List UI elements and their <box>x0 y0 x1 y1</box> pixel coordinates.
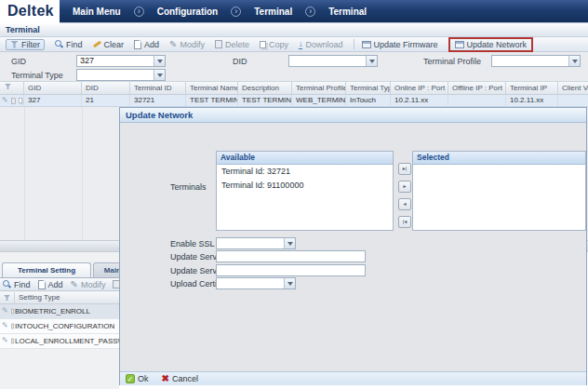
menu-main-menu[interactable]: Main Menu <box>73 7 121 17</box>
chevron-right-circle-icon: › <box>134 7 144 17</box>
chevron-down-icon[interactable] <box>154 70 165 80</box>
setting-type-header: Setting Type <box>0 292 119 304</box>
gid-select[interactable]: 327 <box>76 55 166 67</box>
pencil-icon: ✎ <box>169 40 177 49</box>
dialog-body: Terminals Available Terminal Id: 32721 T… <box>120 123 586 385</box>
deltek-logo: Deltek <box>7 3 54 20</box>
top-bar: Deltek Main Menu › Configuration › Termi… <box>0 0 588 23</box>
modify-button[interactable]: ✎ Modify <box>71 280 106 289</box>
available-header: Available <box>217 152 393 165</box>
delete-button[interactable]: Delete <box>215 40 249 49</box>
table-row[interactable]: ✎ 327 21 32721 TEST TERMINAL TEST TERMIN… <box>0 95 588 107</box>
add-button[interactable]: Add <box>134 40 159 49</box>
cancel-button[interactable]: ✖ Cancel <box>162 374 198 383</box>
enable-ssl-select[interactable] <box>216 237 296 249</box>
find-button[interactable]: Find <box>3 280 31 289</box>
delete-row-icon[interactable] <box>11 98 16 103</box>
chevron-down-icon[interactable] <box>154 56 165 66</box>
edit-row-icon[interactable]: ✎ <box>2 322 8 330</box>
move-right-button[interactable]: ▸ <box>398 181 411 193</box>
col-gid[interactable]: GID <box>24 82 82 94</box>
download-button[interactable]: ↓ Download <box>299 40 343 49</box>
did-select[interactable] <box>288 55 378 67</box>
update-server-port-input[interactable] <box>216 264 366 276</box>
chevron-right-circle-icon: › <box>231 7 241 17</box>
col-terminal-type[interactable]: Terminal Type <box>346 82 391 94</box>
delete-row-icon[interactable] <box>11 324 14 329</box>
delete-icon <box>215 40 222 48</box>
cell-terminal-ip: 10.2.11.xx <box>506 95 558 106</box>
page-title: Terminal <box>0 23 588 37</box>
list-item[interactable]: Terminal Id: 91100000 <box>217 179 393 193</box>
available-listbox[interactable]: Available Terminal Id: 32721 Terminal Id… <box>216 151 394 231</box>
update-network-button[interactable]: Update Network <box>455 40 528 49</box>
terminal-profile-select[interactable] <box>491 55 581 67</box>
filter-icon <box>5 84 11 89</box>
list-item[interactable]: Terminal Id: 32721 <box>217 165 393 179</box>
pencil-icon: ✎ <box>71 280 78 289</box>
terminals-label: Terminals <box>170 182 207 192</box>
upload-certificate-select[interactable] <box>216 277 296 289</box>
col-client-ver[interactable]: Client Ver <box>558 82 588 94</box>
col-description[interactable]: Description <box>238 82 292 94</box>
move-all-left-button[interactable]: |◂ <box>398 216 411 228</box>
list-item[interactable]: ✎ INTOUCH_CONFIGURATION <box>0 319 119 334</box>
chevron-down-icon[interactable] <box>366 56 377 66</box>
edit-row-icon[interactable]: ✎ <box>2 307 8 315</box>
app-window: Deltek Main Menu › Configuration › Termi… <box>0 0 588 389</box>
terminal-setting-panel: Terminal Setting Maintenance Find Add ✎ … <box>0 252 119 389</box>
update-server-input[interactable] <box>216 250 366 262</box>
move-left-button[interactable]: ◂ <box>398 198 411 210</box>
copy-button[interactable]: Copy <box>260 40 288 49</box>
cell-terminal-id: 32721 <box>130 95 186 106</box>
chevron-down-icon[interactable] <box>284 278 295 288</box>
cell-terminal-name: TEST TERMINAL <box>186 95 238 106</box>
red-highlight-annotation: Update Network <box>448 37 534 52</box>
filter-button[interactable]: Filter <box>6 39 45 50</box>
col-terminal-ip[interactable]: Terminal IP <box>506 82 558 94</box>
modify-button[interactable]: ✎ Modify <box>169 40 205 49</box>
update-firmware-button[interactable]: Update Firmware <box>362 40 438 49</box>
toolbar-separator <box>354 39 354 49</box>
col-did[interactable]: DID <box>82 82 130 94</box>
menu-terminal-2[interactable]: Terminal <box>328 7 367 17</box>
tab-maintenance[interactable]: Maintenance <box>93 262 119 277</box>
col-online-ip[interactable]: Online IP : Port <box>391 82 448 94</box>
menu-terminal[interactable]: Terminal <box>254 7 292 17</box>
terminal-type-select[interactable] <box>76 69 166 81</box>
col-terminal-profile[interactable]: Terminal Profile <box>292 82 346 94</box>
list-item[interactable]: ✎ BIOMETRIC_ENROLL <box>0 304 119 319</box>
edit-row-icon[interactable]: ✎ <box>2 97 8 104</box>
ok-button[interactable]: ✓ Ok <box>126 374 149 383</box>
cell-client-ver <box>558 95 588 106</box>
move-all-right-button[interactable]: ▸| <box>398 163 411 175</box>
delete-row-icon[interactable] <box>11 339 14 343</box>
search-icon <box>3 280 11 288</box>
edit-row-icon[interactable]: ✎ <box>2 337 8 345</box>
find-button[interactable]: Find <box>55 40 83 49</box>
table-header: GID DID Terminal ID Terminal Name Descri… <box>0 82 588 95</box>
col-offline-ip[interactable]: Offline IP : Port <box>448 82 506 94</box>
menu-configuration[interactable]: Configuration <box>157 7 219 17</box>
firmware-icon <box>362 41 371 48</box>
cell-did: 21 <box>82 95 130 106</box>
chevron-down-icon[interactable] <box>284 238 295 248</box>
did-label: DID <box>233 57 247 66</box>
selected-listbox[interactable]: Selected <box>412 151 586 231</box>
clear-icon <box>92 41 100 48</box>
add-button[interactable]: Add <box>38 280 63 289</box>
list-item[interactable]: ✎ LOCAL_ENROLLMENT_PASSWORD <box>0 334 119 349</box>
chevron-down-icon[interactable] <box>568 56 580 66</box>
add-page-icon <box>134 40 141 49</box>
cell-terminal-type: InTouch <box>346 95 391 106</box>
delete-row-icon[interactable] <box>11 309 14 314</box>
col-terminal-id[interactable]: Terminal ID <box>130 82 186 94</box>
tab-terminal-setting[interactable]: Terminal Setting <box>2 262 91 277</box>
cell-online-ip: 10.2.11.xx <box>391 95 448 106</box>
chevron-right-circle-icon: › <box>305 7 315 17</box>
col-terminal-name[interactable]: Terminal Name <box>186 82 238 94</box>
clear-button[interactable]: Clear <box>93 40 125 49</box>
copy-row-icon[interactable] <box>19 98 22 103</box>
terminal-profile-label: Terminal Profile <box>423 57 481 66</box>
x-icon: ✖ <box>162 374 169 383</box>
